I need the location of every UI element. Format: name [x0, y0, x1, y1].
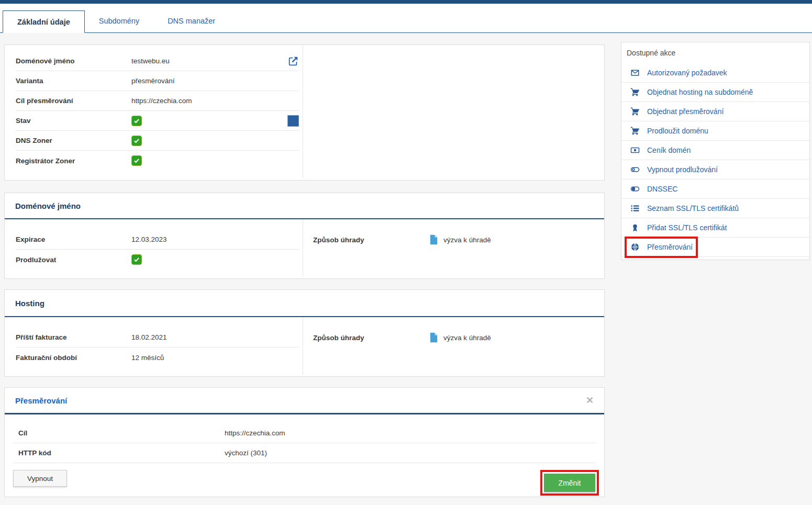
- list-icon: [630, 204, 641, 213]
- sidebar-title: Dostupné akce: [621, 42, 809, 63]
- tab-subdomeny[interactable]: Subdomény: [85, 10, 153, 32]
- action-label: Ceník domén: [647, 146, 691, 154]
- row-value: přesměrování: [131, 77, 281, 85]
- action-label: DNSSEC: [647, 185, 677, 193]
- row-label: Stav: [16, 117, 131, 125]
- blue-square-icon[interactable]: [287, 115, 299, 127]
- table-row: Expirace 12.03.2023: [16, 230, 299, 250]
- action-disable-renewal[interactable]: Vypnout prodlužování: [621, 160, 809, 179]
- action-dnssec[interactable]: DNSSEC: [621, 179, 809, 199]
- checkmark-icon: [131, 254, 142, 265]
- row-label: Doménové jméno: [16, 57, 131, 65]
- external-link-icon[interactable]: [281, 55, 299, 67]
- table-row: Příští fakturace 18.02.2021: [16, 328, 299, 347]
- action-ssl-certificate-list[interactable]: Seznam SSL/TLS certifikátů: [621, 199, 809, 218]
- globe-icon: [630, 242, 641, 252]
- document-icon: [429, 332, 438, 343]
- row-label: Způsob úhrady: [313, 334, 429, 342]
- checkmark-icon: [131, 155, 142, 166]
- row-value: 18.02.2021: [131, 333, 299, 341]
- section-title: Doménové jméno: [5, 193, 604, 219]
- row-label: Cíl: [18, 429, 225, 437]
- tab-bar: Základní údaje Subdomény DNS manažer: [0, 4, 812, 33]
- action-label: Přidat SSL/TLS certifikát: [647, 223, 727, 232]
- action-authorized-request[interactable]: Autorizovaný požadavek: [621, 63, 809, 83]
- action-label: Přesměrování: [647, 243, 693, 251]
- tab-dns-manazer[interactable]: DNS manažer: [153, 10, 229, 32]
- envelope-icon: [630, 68, 641, 77]
- close-icon[interactable]: ✕: [586, 396, 594, 405]
- disable-redirect-button[interactable]: Vypnout: [13, 470, 67, 487]
- top-accent-bar: [0, 0, 812, 4]
- row-label: DNS Zoner: [16, 137, 131, 144]
- row-label: Cíl přesměrování: [16, 97, 131, 105]
- action-add-ssl-certificate[interactable]: Přidat SSL/TLS certifikát: [621, 218, 809, 238]
- annotation-highlight: Změnit: [540, 470, 599, 496]
- redirect-panel: Přesměrování ✕ Cíl https://czechia.com H…: [4, 387, 605, 497]
- action-label: Vypnout prodlužování: [647, 165, 718, 174]
- row-value: testwebu.eu: [131, 57, 281, 65]
- row-value: výchozí (301): [225, 449, 267, 457]
- section-title: Přesměrování: [15, 396, 67, 405]
- table-row: Registrátor Zoner: [16, 151, 299, 171]
- row-label: Způsob úhrady: [313, 236, 429, 244]
- toggle-off-icon: [630, 165, 641, 174]
- table-row: Varianta přesměrování: [16, 71, 299, 91]
- table-row: HTTP kód výchozí (301): [13, 443, 596, 463]
- available-actions-panel: Dostupné akce Autorizovaný požadavek Obj…: [621, 42, 810, 260]
- action-label: Prodloužit doménu: [647, 127, 708, 135]
- domain-overview-panel: Doménové jméno testwebu.eu Varianta přes…: [4, 44, 605, 181]
- table-row: Cíl https://czechia.com: [13, 423, 596, 443]
- cart-icon: [630, 87, 641, 97]
- row-label: Registrátor Zoner: [16, 157, 131, 165]
- action-order-redirect[interactable]: Objednat přesměrování: [621, 102, 809, 121]
- action-renew-domain[interactable]: Prodloužit doménu: [621, 121, 809, 141]
- action-label: Objednat přesměrování: [647, 107, 724, 116]
- table-row: Cíl přesměrování https://czechia.com: [16, 91, 299, 111]
- cart-icon: [630, 107, 641, 116]
- change-redirect-button[interactable]: Změnit: [544, 474, 595, 492]
- domain-name-panel: Doménové jméno Expirace 12.03.2023 Prodl…: [4, 193, 605, 279]
- table-row: Fakturační období 12 měsíců: [16, 347, 299, 367]
- row-label: Expirace: [16, 235, 131, 243]
- checkmark-icon: [131, 116, 142, 126]
- banknote-icon: [630, 145, 641, 155]
- checkmark-icon: [131, 136, 142, 146]
- table-row: Stav: [16, 111, 299, 131]
- action-redirect[interactable]: Přesměrování: [621, 238, 809, 257]
- action-order-hosting-subdomain[interactable]: Objednat hosting na subdoméně: [621, 83, 809, 102]
- tab-zakladni-udaje[interactable]: Základní údaje: [3, 10, 85, 33]
- table-row: Prodlužovat: [16, 250, 299, 270]
- row-value: výzva k úhradě: [443, 236, 491, 244]
- action-label: Autorizovaný požadavek: [647, 69, 727, 77]
- row-value: 12 měsíců: [131, 354, 299, 362]
- section-title: Hosting: [5, 290, 604, 317]
- row-label: Příští fakturace: [16, 333, 131, 341]
- row-value: 12.03.2023: [131, 235, 299, 243]
- row-value: https://czechia.com: [225, 429, 285, 437]
- row-value: výzva k úhradě: [443, 334, 491, 342]
- row-label: HTTP kód: [18, 449, 225, 457]
- row-label: Fakturační období: [16, 354, 131, 362]
- row-label: Prodlužovat: [16, 256, 131, 264]
- table-row: Doménové jméno testwebu.eu: [16, 51, 299, 71]
- action-label: Seznam SSL/TLS certifikátů: [647, 204, 739, 212]
- table-row: Způsob úhrady výzva k úhradě: [313, 328, 604, 347]
- table-row: DNS Zoner: [16, 131, 299, 151]
- table-row: Způsob úhrady výzva k úhradě: [313, 230, 604, 250]
- hosting-panel: Hosting Příští fakturace 18.02.2021 Fakt…: [4, 289, 605, 377]
- row-value: https://czechia.com: [131, 97, 281, 105]
- cart-icon: [630, 126, 641, 136]
- award-icon: [630, 223, 641, 232]
- row-label: Varianta: [16, 77, 131, 85]
- document-icon: [429, 234, 438, 245]
- toggle-on-icon: [630, 184, 641, 194]
- action-label: Objednat hosting na subdoméně: [647, 88, 753, 96]
- action-domain-pricelist[interactable]: Ceník domén: [621, 141, 809, 160]
